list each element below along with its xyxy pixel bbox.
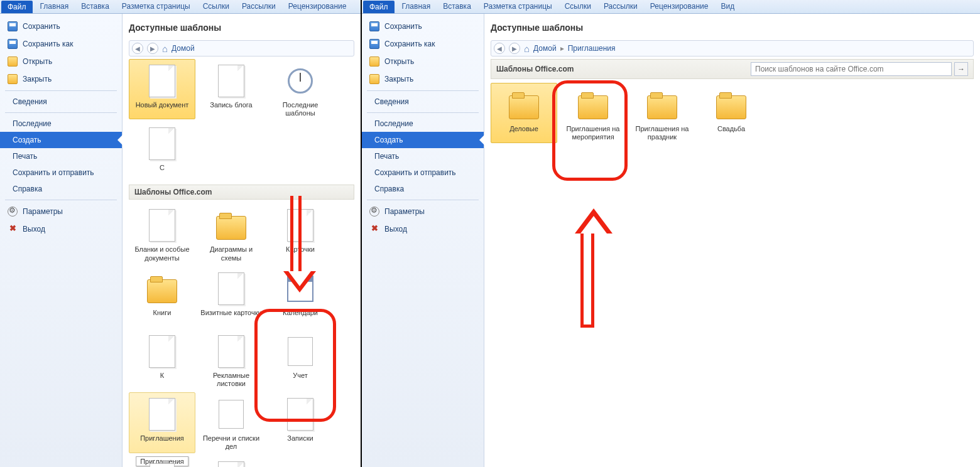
sidebar-print[interactable]: Печать — [0, 148, 122, 164]
template-tile[interactable]: Свадьба — [698, 83, 765, 143]
template-tile[interactable]: К — [129, 330, 195, 390]
template-tile[interactable]: Приглашения на мероприятия — [560, 83, 626, 143]
template-tile[interactable]: Визитные карточки — [198, 267, 264, 327]
breadcrumb-home[interactable]: Домой — [172, 44, 195, 53]
ribbon: Файл Главная Вставка Разметка страницы С… — [0, 0, 361, 14]
tile-icon — [143, 271, 181, 306]
sidebar-label: Закрыть — [384, 75, 413, 83]
sidebar-save-as[interactable]: Сохранить как — [362, 35, 484, 53]
tab-references[interactable]: Ссылки — [558, 0, 597, 13]
tile-label: Новый документ — [131, 101, 193, 117]
save-icon — [8, 21, 18, 31]
sidebar-label: Печать — [374, 152, 399, 161]
tile-icon — [212, 397, 250, 432]
breadcrumb-invitations[interactable]: Приглашения — [568, 44, 616, 53]
template-tile[interactable]: Карточки — [267, 203, 334, 264]
sidebar-exit[interactable]: ✖Выход — [0, 220, 122, 238]
sidebar-info[interactable]: Сведения — [0, 94, 122, 110]
tab-file[interactable]: Файл — [363, 1, 395, 13]
sidebar-new[interactable]: Создать — [362, 132, 484, 148]
tile-icon — [143, 208, 181, 243]
template-tile[interactable]: Бланки и особые документы — [129, 203, 195, 264]
tab-mailings[interactable]: Рассылки — [236, 0, 282, 13]
tab-file[interactable]: Файл — [1, 1, 33, 13]
tab-home[interactable]: Главная — [396, 0, 437, 13]
sidebar-info[interactable]: Сведения — [362, 94, 484, 110]
template-search-input[interactable] — [751, 62, 952, 76]
template-tile[interactable]: Последние шаблоны — [267, 59, 334, 119]
template-tile[interactable]: Запись блога — [198, 59, 264, 119]
sidebar: Сохранить Сохранить как Открыть Закрыть … — [0, 14, 122, 467]
tile-label: Календари — [269, 309, 332, 325]
template-tile[interactable]: Записки — [267, 392, 334, 453]
sidebar-recent[interactable]: Последние — [362, 115, 484, 132]
template-tile[interactable]: Новый документ — [129, 59, 195, 119]
tab-insert[interactable]: Вставка — [437, 0, 477, 13]
tile-label: Запись блога — [200, 101, 263, 117]
sidebar-recent[interactable]: Последние — [0, 115, 122, 132]
tab-mailings[interactable]: Рассылки — [597, 0, 644, 13]
template-tile[interactable]: ПриглашенияПриглашения — [129, 392, 195, 453]
home-icon[interactable]: ⌂ — [162, 43, 168, 54]
sidebar-options[interactable]: Параметры — [0, 203, 122, 220]
tab-view[interactable]: Вид — [714, 0, 741, 13]
template-tile[interactable]: Инф ые — [198, 456, 264, 468]
sidebar-label: Создать — [13, 136, 41, 144]
folder-open-icon — [369, 56, 379, 67]
section-header-office: Шаблоны Office.com — [129, 185, 354, 200]
nav-forward-button[interactable]: ▶ — [147, 43, 158, 54]
template-tile[interactable]: Книги — [129, 267, 195, 327]
sidebar-exit[interactable]: ✖Выход — [362, 220, 484, 238]
tile-icon — [281, 334, 319, 369]
section-header-office: Шаблоны Office.com → — [491, 59, 974, 79]
sidebar-open[interactable]: Открыть — [362, 53, 484, 70]
pane-right: Файл Главная Вставка Разметка страницы С… — [362, 0, 980, 467]
template-tile[interactable]: Диаграммы и схемы — [198, 203, 264, 264]
tab-review[interactable]: Рецензирование — [282, 0, 353, 13]
template-tile[interactable]: С — [129, 122, 195, 182]
sidebar-close[interactable]: Закрыть — [362, 70, 484, 88]
nav-back-button[interactable]: ◀ — [494, 43, 505, 54]
sidebar-label: Сведения — [374, 97, 409, 106]
sidebar-help[interactable]: Справка — [362, 181, 484, 197]
sidebar-save-send[interactable]: Сохранить и отправить — [0, 164, 122, 181]
tile-label: К — [131, 372, 193, 388]
sidebar-options[interactable]: Параметры — [362, 203, 484, 220]
sidebar-new[interactable]: Создать — [0, 132, 122, 148]
template-tile[interactable]: Протоколы — [129, 456, 195, 468]
tab-layout[interactable]: Разметка страницы — [116, 0, 197, 13]
annotation-arrow-up — [575, 190, 600, 328]
tab-review[interactable]: Рецензирование — [644, 0, 715, 13]
breadcrumb-home[interactable]: Домой — [533, 44, 557, 53]
template-tile[interactable]: Деловые — [491, 83, 557, 143]
tab-references[interactable]: Ссылки — [197, 0, 236, 13]
folder-close-icon — [369, 74, 379, 84]
nav-back-button[interactable]: ◀ — [132, 43, 143, 54]
sidebar-save-as[interactable]: Сохранить как — [0, 35, 122, 53]
template-tile[interactable]: Учет — [267, 330, 334, 390]
tile-icon — [143, 63, 181, 99]
sidebar-print[interactable]: Печать — [362, 148, 484, 164]
sidebar-save-send[interactable]: Сохранить и отправить — [362, 164, 484, 181]
tile-label: Приглашения на мероприятия — [562, 125, 624, 141]
sidebar-close[interactable]: Закрыть — [0, 70, 122, 88]
tile-label: Рекламные листовки — [200, 372, 263, 388]
tab-insert[interactable]: Вставка — [75, 0, 116, 13]
home-icon[interactable]: ⌂ — [524, 43, 530, 54]
sidebar-label: Параметры — [384, 207, 425, 216]
sidebar-save[interactable]: Сохранить — [362, 18, 484, 35]
sidebar-label: Открыть — [384, 57, 414, 66]
template-tile[interactable]: Рекламные листовки — [198, 330, 264, 390]
sidebar-open[interactable]: Открыть — [0, 53, 122, 70]
search-go-button[interactable]: → — [954, 62, 968, 76]
tab-layout[interactable]: Разметка страницы — [477, 0, 558, 13]
tab-home[interactable]: Главная — [34, 0, 75, 13]
breadcrumb-bar: ◀ ▶ ⌂ Домой ▸ Приглашения — [491, 40, 974, 56]
sidebar-save[interactable]: Сохранить — [0, 18, 122, 35]
template-tile[interactable]: Перечни и списки дел — [198, 392, 264, 453]
template-tile[interactable]: Приглашения на праздник — [629, 83, 695, 143]
nav-forward-button[interactable]: ▶ — [509, 43, 520, 54]
template-tile[interactable]: Календари — [267, 267, 334, 327]
sidebar-help[interactable]: Справка — [0, 181, 122, 197]
sidebar-label: Сохранить — [23, 22, 60, 31]
